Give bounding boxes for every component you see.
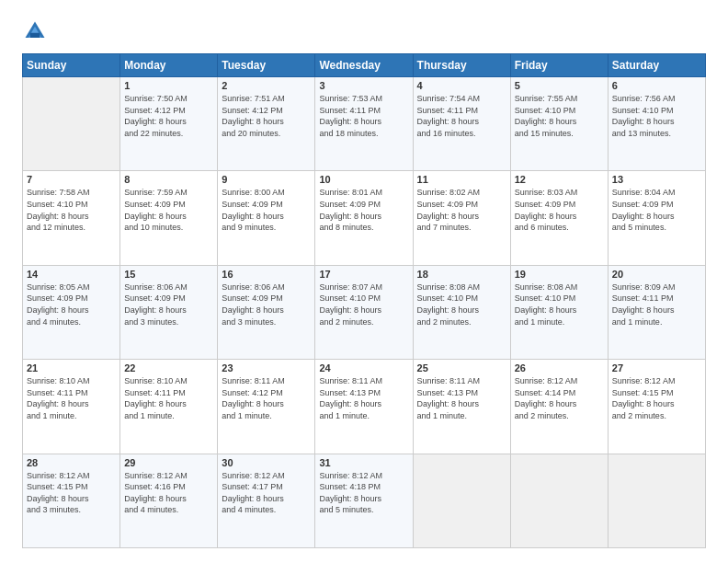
weekday-header: Friday bbox=[510, 54, 608, 77]
week-row: 28Sunrise: 8:12 AM Sunset: 4:15 PM Dayli… bbox=[23, 454, 706, 547]
day-number: 14 bbox=[27, 269, 116, 280]
day-cell: 12Sunrise: 8:03 AM Sunset: 4:09 PM Dayli… bbox=[510, 171, 608, 265]
day-number: 13 bbox=[612, 174, 701, 185]
day-number: 26 bbox=[515, 362, 604, 373]
day-cell: 25Sunrise: 8:11 AM Sunset: 4:13 PM Dayli… bbox=[413, 360, 510, 454]
day-number: 2 bbox=[222, 80, 311, 91]
calendar-header: SundayMondayTuesdayWednesdayThursdayFrid… bbox=[23, 54, 706, 77]
day-cell bbox=[413, 454, 510, 547]
day-cell: 28Sunrise: 8:12 AM Sunset: 4:15 PM Dayli… bbox=[23, 454, 120, 547]
weekday-header: Monday bbox=[120, 54, 218, 77]
day-number: 30 bbox=[222, 457, 311, 468]
day-number: 7 bbox=[27, 174, 116, 185]
day-cell: 15Sunrise: 8:06 AM Sunset: 4:09 PM Dayli… bbox=[120, 265, 218, 359]
day-info: Sunrise: 8:09 AM Sunset: 4:11 PM Dayligh… bbox=[612, 282, 701, 327]
day-cell bbox=[23, 77, 120, 171]
day-number: 27 bbox=[612, 362, 701, 373]
day-cell bbox=[608, 454, 705, 547]
day-cell: 10Sunrise: 8:01 AM Sunset: 4:09 PM Dayli… bbox=[315, 171, 413, 265]
week-row: 1Sunrise: 7:50 AM Sunset: 4:12 PM Daylig… bbox=[23, 77, 706, 171]
day-number: 18 bbox=[417, 269, 506, 280]
day-number: 12 bbox=[515, 174, 604, 185]
day-cell: 18Sunrise: 8:08 AM Sunset: 4:10 PM Dayli… bbox=[413, 265, 510, 359]
day-cell: 11Sunrise: 8:02 AM Sunset: 4:09 PM Dayli… bbox=[413, 171, 510, 265]
weekday-header: Wednesday bbox=[315, 54, 413, 77]
day-cell: 14Sunrise: 8:05 AM Sunset: 4:09 PM Dayli… bbox=[23, 265, 120, 359]
day-cell: 13Sunrise: 8:04 AM Sunset: 4:09 PM Dayli… bbox=[608, 171, 705, 265]
day-info: Sunrise: 8:06 AM Sunset: 4:09 PM Dayligh… bbox=[124, 282, 213, 327]
day-cell: 9Sunrise: 8:00 AM Sunset: 4:09 PM Daylig… bbox=[218, 171, 315, 265]
day-info: Sunrise: 8:12 AM Sunset: 4:15 PM Dayligh… bbox=[612, 375, 701, 421]
day-info: Sunrise: 8:01 AM Sunset: 4:09 PM Dayligh… bbox=[319, 187, 408, 233]
day-number: 17 bbox=[319, 269, 408, 280]
day-number: 20 bbox=[612, 269, 701, 280]
day-cell: 6Sunrise: 7:56 AM Sunset: 4:10 PM Daylig… bbox=[608, 77, 705, 171]
day-number: 23 bbox=[222, 362, 311, 373]
day-cell: 19Sunrise: 8:08 AM Sunset: 4:10 PM Dayli… bbox=[510, 265, 608, 359]
day-number: 11 bbox=[417, 174, 506, 185]
week-row: 21Sunrise: 8:10 AM Sunset: 4:11 PM Dayli… bbox=[23, 360, 706, 454]
weekday-row: SundayMondayTuesdayWednesdayThursdayFrid… bbox=[23, 54, 706, 77]
day-info: Sunrise: 8:03 AM Sunset: 4:09 PM Dayligh… bbox=[515, 187, 604, 233]
day-number: 28 bbox=[27, 457, 116, 468]
day-cell: 1Sunrise: 7:50 AM Sunset: 4:12 PM Daylig… bbox=[120, 77, 218, 171]
day-info: Sunrise: 8:12 AM Sunset: 4:14 PM Dayligh… bbox=[515, 375, 604, 421]
day-number: 24 bbox=[319, 362, 408, 373]
day-info: Sunrise: 7:55 AM Sunset: 4:10 PM Dayligh… bbox=[515, 93, 604, 139]
day-info: Sunrise: 8:12 AM Sunset: 4:16 PM Dayligh… bbox=[124, 470, 213, 516]
day-cell: 22Sunrise: 8:10 AM Sunset: 4:11 PM Dayli… bbox=[120, 360, 218, 454]
day-cell: 20Sunrise: 8:09 AM Sunset: 4:11 PM Dayli… bbox=[608, 265, 705, 359]
page: SundayMondayTuesdayWednesdayThursdayFrid… bbox=[0, 0, 728, 563]
day-info: Sunrise: 7:53 AM Sunset: 4:11 PM Dayligh… bbox=[319, 93, 408, 139]
day-cell: 8Sunrise: 7:59 AM Sunset: 4:09 PM Daylig… bbox=[120, 171, 218, 265]
day-cell: 17Sunrise: 8:07 AM Sunset: 4:10 PM Dayli… bbox=[315, 265, 413, 359]
day-info: Sunrise: 7:58 AM Sunset: 4:10 PM Dayligh… bbox=[27, 187, 116, 233]
week-row: 14Sunrise: 8:05 AM Sunset: 4:09 PM Dayli… bbox=[23, 265, 706, 359]
day-cell: 3Sunrise: 7:53 AM Sunset: 4:11 PM Daylig… bbox=[315, 77, 413, 171]
day-cell: 24Sunrise: 8:11 AM Sunset: 4:13 PM Dayli… bbox=[315, 360, 413, 454]
day-number: 22 bbox=[124, 362, 213, 373]
day-number: 31 bbox=[319, 457, 408, 468]
day-number: 19 bbox=[515, 269, 604, 280]
day-cell bbox=[510, 454, 608, 547]
day-cell: 29Sunrise: 8:12 AM Sunset: 4:16 PM Dayli… bbox=[120, 454, 218, 547]
day-info: Sunrise: 8:06 AM Sunset: 4:09 PM Dayligh… bbox=[222, 282, 311, 327]
weekday-header: Sunday bbox=[23, 54, 120, 77]
day-info: Sunrise: 8:08 AM Sunset: 4:10 PM Dayligh… bbox=[515, 282, 604, 327]
day-number: 15 bbox=[124, 269, 213, 280]
logo bbox=[22, 18, 51, 44]
day-number: 4 bbox=[417, 80, 506, 91]
day-cell: 5Sunrise: 7:55 AM Sunset: 4:10 PM Daylig… bbox=[510, 77, 608, 171]
day-info: Sunrise: 8:12 AM Sunset: 4:18 PM Dayligh… bbox=[319, 470, 408, 516]
day-number: 3 bbox=[319, 80, 408, 91]
day-cell: 26Sunrise: 8:12 AM Sunset: 4:14 PM Dayli… bbox=[510, 360, 608, 454]
day-info: Sunrise: 8:10 AM Sunset: 4:11 PM Dayligh… bbox=[124, 375, 213, 421]
day-number: 10 bbox=[319, 174, 408, 185]
calendar: SundayMondayTuesdayWednesdayThursdayFrid… bbox=[22, 53, 706, 548]
day-cell: 4Sunrise: 7:54 AM Sunset: 4:11 PM Daylig… bbox=[413, 77, 510, 171]
header bbox=[22, 18, 706, 44]
svg-rect-2 bbox=[30, 33, 40, 38]
day-cell: 21Sunrise: 8:10 AM Sunset: 4:11 PM Dayli… bbox=[23, 360, 120, 454]
day-cell: 30Sunrise: 8:12 AM Sunset: 4:17 PM Dayli… bbox=[218, 454, 315, 547]
week-row: 7Sunrise: 7:58 AM Sunset: 4:10 PM Daylig… bbox=[23, 171, 706, 265]
day-info: Sunrise: 7:51 AM Sunset: 4:12 PM Dayligh… bbox=[222, 93, 311, 139]
day-info: Sunrise: 7:50 AM Sunset: 4:12 PM Dayligh… bbox=[124, 93, 213, 139]
day-number: 1 bbox=[124, 80, 213, 91]
day-info: Sunrise: 8:10 AM Sunset: 4:11 PM Dayligh… bbox=[27, 375, 116, 421]
day-info: Sunrise: 8:04 AM Sunset: 4:09 PM Dayligh… bbox=[612, 187, 701, 233]
day-cell: 27Sunrise: 8:12 AM Sunset: 4:15 PM Dayli… bbox=[608, 360, 705, 454]
day-number: 5 bbox=[515, 80, 604, 91]
day-number: 8 bbox=[124, 174, 213, 185]
logo-icon bbox=[22, 18, 48, 44]
calendar-body: 1Sunrise: 7:50 AM Sunset: 4:12 PM Daylig… bbox=[23, 77, 706, 548]
day-info: Sunrise: 8:05 AM Sunset: 4:09 PM Dayligh… bbox=[27, 282, 116, 327]
day-info: Sunrise: 8:11 AM Sunset: 4:13 PM Dayligh… bbox=[417, 375, 506, 421]
day-cell: 7Sunrise: 7:58 AM Sunset: 4:10 PM Daylig… bbox=[23, 171, 120, 265]
day-info: Sunrise: 8:11 AM Sunset: 4:12 PM Dayligh… bbox=[222, 375, 311, 421]
day-info: Sunrise: 8:07 AM Sunset: 4:10 PM Dayligh… bbox=[319, 282, 408, 327]
day-number: 29 bbox=[124, 457, 213, 468]
day-info: Sunrise: 7:54 AM Sunset: 4:11 PM Dayligh… bbox=[417, 93, 506, 139]
day-number: 21 bbox=[27, 362, 116, 373]
day-info: Sunrise: 8:02 AM Sunset: 4:09 PM Dayligh… bbox=[417, 187, 506, 233]
